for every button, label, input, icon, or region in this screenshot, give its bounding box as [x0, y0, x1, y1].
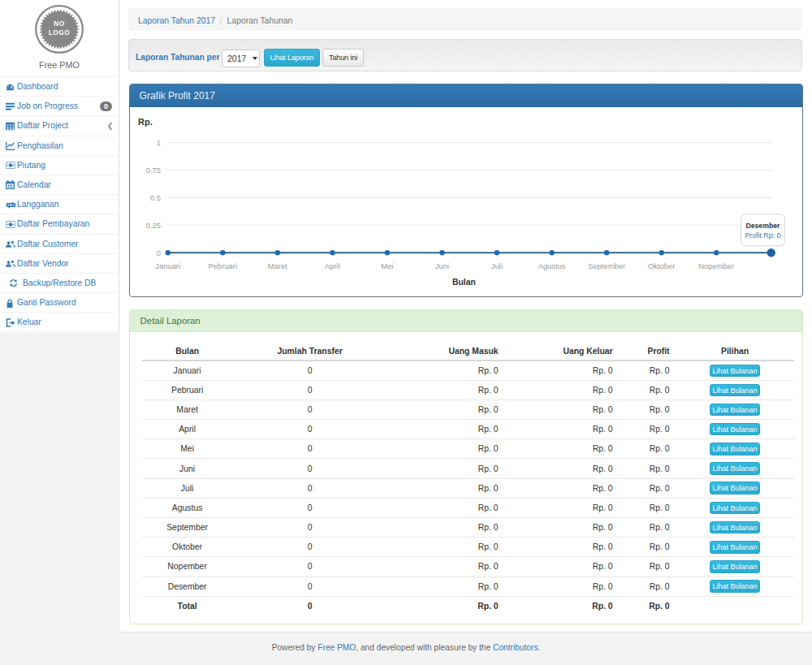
svg-text:Rp.: Rp.: [138, 117, 153, 127]
svg-text:Maret: Maret: [267, 261, 287, 270]
svg-text:April: April: [325, 261, 340, 270]
svg-text:Profit Rp: 0: Profit Rp: 0: [745, 231, 780, 240]
svg-text:Januari: Januari: [155, 261, 180, 270]
svg-text:0.75: 0.75: [145, 166, 160, 175]
svg-text:Mei: Mei: [381, 261, 393, 270]
svg-text:LOGO: LOGO: [49, 28, 70, 37]
svg-text:0.25: 0.25: [145, 221, 160, 230]
svg-text:1: 1: [156, 138, 160, 147]
svg-text:Desember: Desember: [745, 222, 780, 230]
svg-text:Juli: Juli: [491, 261, 503, 270]
svg-text:September: September: [588, 261, 625, 270]
svg-text:0.5: 0.5: [150, 193, 161, 202]
svg-text:0: 0: [156, 248, 160, 257]
svg-text:Nopember: Nopember: [698, 261, 734, 270]
svg-text:Juni: Juni: [434, 261, 448, 270]
svg-text:NO: NO: [54, 19, 64, 28]
svg-text:Oktober: Oktober: [648, 261, 675, 270]
svg-text:Pebruari: Pebruari: [208, 261, 236, 270]
svg-text:Bulan: Bulan: [452, 278, 476, 287]
svg-text:Agustus: Agustus: [538, 261, 565, 270]
